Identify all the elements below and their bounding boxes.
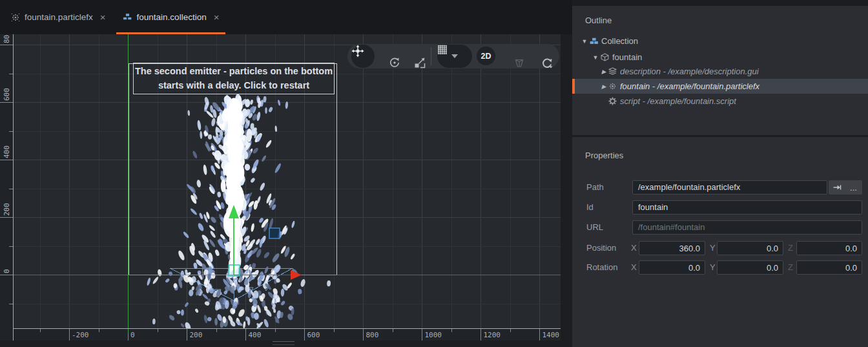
ruler-tick	[510, 329, 511, 332]
tab-fountain-collection[interactable]: fountain.collection ×	[114, 0, 228, 34]
ruler-tick	[0, 275, 14, 275]
rotation-y-field[interactable]	[717, 260, 783, 275]
ruler-x-label: 800	[366, 331, 379, 339]
scene-message-line1: The second emitter - particles on the bo…	[134, 65, 334, 79]
collapse-arrow-icon[interactable]: ▼	[581, 38, 588, 45]
outline-item-label: Collection	[601, 36, 638, 46]
scene-message-line2: starts with a delay. Click to restart	[134, 79, 334, 93]
ruler-x-label: 0	[130, 331, 135, 339]
outline-title: Outline	[585, 16, 612, 25]
rotation-label: Rotation	[586, 260, 617, 275]
scale-icon	[413, 56, 426, 69]
scene-toolbar: 2D	[347, 44, 559, 68]
url-property-row: URL /fountain#fountain	[572, 220, 868, 235]
tab-bar: fountain.particlefx × fountain.collectio…	[0, 0, 572, 34]
ruler-tick	[99, 329, 99, 332]
ruler-tick	[245, 329, 246, 341]
move-icon	[351, 45, 364, 58]
gui-icon	[608, 67, 617, 76]
path-label: Path	[586, 180, 604, 195]
outline-item-gui[interactable]: ▶description - /example/description.gui	[572, 64, 868, 79]
grid-dropdown-icon[interactable]	[451, 54, 458, 58]
id-label: Id	[586, 200, 594, 215]
vertical-ruler: 8006004002000	[0, 34, 14, 341]
ruler-tick	[40, 329, 41, 332]
defold-editor-window: fountain.particlefx × fountain.collectio…	[0, 0, 868, 347]
tab-fountain-particlefx[interactable]: fountain.particlefx ×	[3, 0, 114, 34]
expand-arrow-icon[interactable]: ▶	[601, 68, 607, 75]
position-label: Position	[586, 241, 616, 255]
path-field[interactable]: /example/fountain.particlefx	[632, 180, 827, 195]
ruler-y-label: 800	[3, 34, 11, 43]
ruler-tick	[0, 45, 14, 45]
position-property-row: Position X Y Z	[572, 241, 868, 255]
ruler-tick	[9, 304, 14, 304]
2d-mode-button[interactable]: 2D	[477, 47, 495, 65]
url-label: URL	[586, 220, 603, 235]
outline-item-script[interactable]: script - /example/fountain.script	[572, 94, 868, 109]
ruler-tick	[393, 329, 393, 332]
rotation-z-field[interactable]	[796, 260, 862, 275]
ruler-tick	[9, 189, 14, 189]
browse-button[interactable]: ...	[845, 180, 862, 195]
rotation-z-label: Z	[788, 260, 793, 275]
move-tool-button[interactable]	[351, 45, 375, 68]
position-y-label: Y	[710, 241, 716, 255]
grid-toggle-button[interactable]	[437, 45, 472, 68]
ruler-x-label: 1200	[484, 331, 501, 339]
ruler-y-label: 200	[3, 203, 11, 216]
path-property-row: Path /example/fountain.particlefx ...	[572, 180, 868, 195]
collection-icon	[123, 13, 132, 21]
ruler-x-label: 400	[249, 331, 262, 339]
side-panel: Outline ▼Collection▼fountain▶description…	[572, 0, 868, 347]
goto-arrow-icon	[832, 183, 842, 192]
particlefx-icon	[608, 82, 617, 90]
ruler-tick	[158, 329, 158, 332]
editor-pane: fountain.particlefx × fountain.collectio…	[0, 0, 572, 347]
ruler-tick	[9, 131, 14, 132]
outline-item-collection[interactable]: ▼Collection	[572, 34, 868, 48]
ruler-tick	[187, 329, 187, 341]
rotation-x-label: X	[631, 260, 637, 275]
ruler-y-label: 0	[3, 269, 11, 273]
ruler-tick	[9, 246, 14, 247]
properties-title: Properties	[585, 151, 623, 160]
position-x-field[interactable]	[639, 241, 705, 255]
goto-resource-button[interactable]	[829, 180, 845, 195]
ruler-tick	[0, 160, 14, 160]
frustum-icon	[513, 56, 526, 69]
scene-viewport[interactable]: The second emitter - particles on the bo…	[14, 34, 561, 328]
ruler-x-label: 1400	[542, 331, 560, 339]
rotate-icon	[388, 56, 401, 69]
ruler-tick	[0, 102, 14, 103]
position-z-label: Z	[788, 241, 793, 255]
id-property-row: Id fountain	[572, 200, 868, 215]
tab-label: fountain.particlefx	[25, 12, 93, 22]
outline-item-label: description - /example/description.gui	[620, 67, 759, 76]
collection-icon	[590, 37, 599, 45]
ruler-x-label: 1000	[425, 331, 442, 339]
rotation-x-field[interactable]	[639, 260, 705, 275]
ruler-tick	[334, 329, 335, 332]
refresh-icon	[540, 56, 554, 70]
id-field[interactable]: fountain	[632, 200, 862, 215]
close-icon[interactable]: ×	[214, 12, 220, 23]
position-y-field[interactable]	[717, 241, 783, 255]
origin-tick	[128, 329, 129, 333]
ruler-tick	[363, 329, 364, 341]
expand-arrow-icon[interactable]: ▶	[601, 83, 607, 90]
ruler-tick	[69, 329, 70, 341]
ruler-tick	[9, 74, 14, 74]
gameobject-icon	[601, 53, 609, 61]
horizontal-ruler: -2000200400600800100012001400	[14, 328, 561, 341]
close-icon[interactable]: ×	[100, 12, 106, 23]
collapse-arrow-icon[interactable]: ▼	[592, 54, 599, 61]
ruler-tick	[451, 329, 452, 332]
position-z-field[interactable]	[796, 241, 862, 255]
outline-item-gameobject[interactable]: ▼fountain	[572, 50, 868, 65]
ruler-y-label: 600	[3, 88, 11, 101]
horizontal-scrollbar-grip[interactable]	[273, 341, 294, 345]
ruler-tick	[304, 329, 305, 341]
ruler-tick	[480, 329, 481, 341]
outline-item-particlefx[interactable]: ▶fountain - /example/fountain.particlefx	[572, 79, 868, 94]
